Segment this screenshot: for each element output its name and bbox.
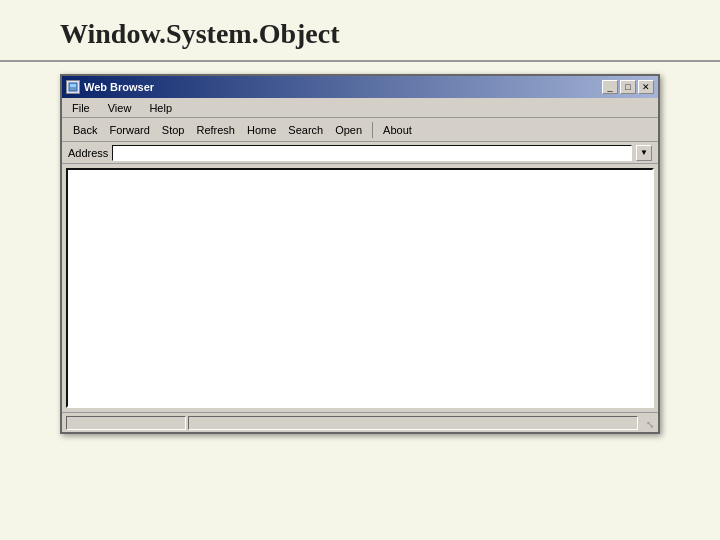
- search-button[interactable]: Search: [283, 123, 328, 137]
- web-browser-window: Web Browser _ □ ✕ File View Help Back Fo…: [60, 74, 660, 434]
- browser-content: [66, 168, 654, 408]
- menu-view[interactable]: View: [104, 101, 136, 115]
- title-bar: Web Browser _ □ ✕: [62, 76, 658, 98]
- resize-handle[interactable]: ⤡: [640, 416, 654, 430]
- open-button[interactable]: Open: [330, 123, 367, 137]
- title-bar-left: Web Browser: [66, 80, 154, 94]
- status-panel-1: [66, 416, 186, 430]
- address-bar: Address ▼: [62, 142, 658, 164]
- stop-button[interactable]: Stop: [157, 123, 190, 137]
- window-icon: [66, 80, 80, 94]
- toolbar: Back Forward Stop Refresh Home Search Op…: [62, 118, 658, 142]
- address-dropdown-button[interactable]: ▼: [636, 145, 652, 161]
- about-button[interactable]: About: [378, 123, 417, 137]
- menu-bar: File View Help: [62, 98, 658, 118]
- window-title: Web Browser: [84, 81, 154, 93]
- menu-file[interactable]: File: [68, 101, 94, 115]
- divider: [0, 60, 720, 62]
- back-button[interactable]: Back: [68, 123, 102, 137]
- menu-help[interactable]: Help: [145, 101, 176, 115]
- home-button[interactable]: Home: [242, 123, 281, 137]
- svg-rect-1: [70, 84, 76, 87]
- status-panel-2: [188, 416, 638, 430]
- close-button[interactable]: ✕: [638, 80, 654, 94]
- window-controls: _ □ ✕: [602, 80, 654, 94]
- minimize-button[interactable]: _: [602, 80, 618, 94]
- status-bar: ⤡: [62, 412, 658, 432]
- maximize-button[interactable]: □: [620, 80, 636, 94]
- toolbar-separator: [372, 122, 373, 138]
- refresh-button[interactable]: Refresh: [191, 123, 240, 137]
- address-label: Address: [68, 147, 108, 159]
- forward-button[interactable]: Forward: [104, 123, 154, 137]
- address-input[interactable]: [112, 145, 632, 161]
- page-title: Window.System.Object: [0, 0, 720, 60]
